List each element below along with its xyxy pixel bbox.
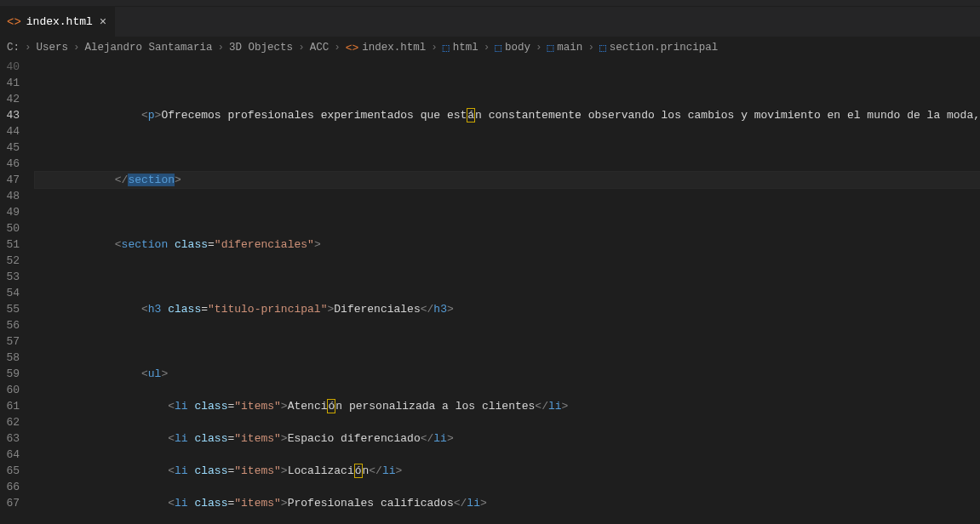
line-number: 40	[0, 59, 20, 75]
code-line: <h3 class="titulo-principal">Diferencial…	[35, 301, 980, 317]
tag-icon: ⬚	[599, 41, 606, 54]
chevron-right-icon: ›	[334, 42, 341, 54]
code-line	[35, 75, 980, 91]
line-number: 63	[0, 430, 20, 447]
crumb-section-principal[interactable]: ⬚section.principal	[599, 41, 718, 54]
line-number: 53	[0, 269, 20, 285]
line-number-current: 43	[0, 107, 20, 123]
code-content[interactable]: <p>Ofrecemos profesionales experimentado…	[35, 59, 980, 524]
code-line: <li class="items">Profesionales califica…	[35, 495, 980, 511]
line-number: 50	[0, 220, 20, 236]
crumb-body[interactable]: ⬚body	[495, 41, 530, 54]
tag-icon: ⬚	[443, 41, 450, 54]
tab-index-html[interactable]: <> index.html ×	[0, 7, 116, 37]
line-number: 45	[0, 140, 20, 156]
line-number: 46	[0, 156, 20, 172]
tag-icon: ⬚	[547, 41, 554, 54]
code-editor[interactable]: 40 41 42 43 44 45 46 47 48 49 50 51 52 5…	[0, 59, 980, 524]
code-line	[35, 140, 980, 156]
crumb-html[interactable]: ⬚html	[443, 41, 479, 54]
crumb-3dobjects[interactable]: 3D Objects	[229, 42, 293, 54]
line-number: 49	[0, 204, 20, 220]
line-number: 42	[0, 91, 20, 107]
line-number: 54	[0, 285, 20, 301]
code-line: <li class="items">Localización</li>	[35, 463, 980, 479]
code-line	[35, 269, 980, 285]
title-bar	[0, 0, 980, 7]
line-number: 51	[0, 236, 20, 253]
line-number: 57	[0, 333, 20, 350]
chevron-right-icon: ›	[587, 42, 594, 54]
chevron-right-icon: ›	[484, 42, 490, 54]
code-line: <p>Ofrecemos profesionales experimentado…	[35, 107, 980, 123]
line-number: 47	[0, 172, 20, 188]
line-number: 58	[0, 350, 20, 366]
line-gutter: 40 41 42 43 44 45 46 47 48 49 50 51 52 5…	[0, 59, 35, 524]
crumb-alejandro[interactable]: Alejandro Santamaria	[85, 42, 213, 54]
close-icon[interactable]: ×	[98, 15, 108, 29]
line-number: 44	[0, 123, 20, 140]
line-number: 67	[0, 495, 20, 511]
chevron-right-icon: ›	[536, 42, 542, 54]
code-line	[35, 204, 980, 220]
line-number: 52	[0, 253, 20, 269]
line-number: 66	[0, 479, 20, 495]
chevron-right-icon: ›	[431, 42, 438, 54]
line-number: 61	[0, 398, 20, 414]
crumb-acc[interactable]: ACC	[310, 42, 330, 54]
breadcrumbs[interactable]: C: › Users › Alejandro Santamaria › 3D O…	[0, 37, 980, 59]
line-number: 64	[0, 447, 20, 463]
tab-label: index.html	[26, 15, 93, 28]
code-line: <li class="items">Espacio diferenciado</…	[35, 430, 980, 447]
chevron-right-icon: ›	[298, 42, 305, 54]
line-number: 55	[0, 301, 20, 317]
crumb-main[interactable]: ⬚main	[547, 41, 583, 54]
code-line-current: </section>	[35, 172, 980, 188]
line-number: 41	[0, 75, 20, 91]
line-number: 60	[0, 382, 20, 398]
code-line: <section class="diferenciales">	[35, 236, 980, 253]
line-number: 62	[0, 414, 20, 430]
crumb-users[interactable]: Users	[37, 42, 69, 54]
code-line: <ul>	[35, 366, 980, 382]
file-icon: <>	[346, 42, 359, 54]
code-line: <li class="items">Atención personalizada…	[35, 398, 980, 414]
tab-bar: <> index.html ×	[0, 7, 980, 37]
line-number: 59	[0, 366, 20, 382]
tag-icon: ⬚	[495, 41, 501, 54]
file-icon: <>	[7, 15, 21, 29]
crumb-index-html[interactable]: <>index.html	[346, 42, 427, 54]
crumb-c[interactable]: C:	[7, 42, 20, 54]
chevron-right-icon: ›	[25, 42, 32, 54]
line-number: 56	[0, 317, 20, 333]
chevron-right-icon: ›	[73, 42, 80, 54]
chevron-right-icon: ›	[218, 42, 225, 54]
line-number: 48	[0, 188, 20, 204]
code-line	[35, 333, 980, 350]
line-number: 65	[0, 463, 20, 479]
